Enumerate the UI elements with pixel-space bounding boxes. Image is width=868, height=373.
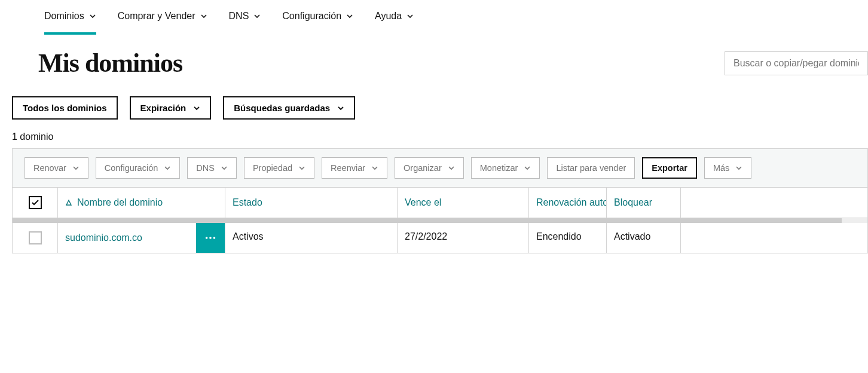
filter-saved-searches[interactable]: Búsquedas guardadas	[223, 96, 355, 120]
tool-config[interactable]: Configuración	[96, 157, 180, 179]
domains-table: Nombre del dominio Estado Vence el Renov…	[12, 188, 868, 253]
row-expires: 27/2/2022	[398, 223, 529, 253]
select-all-cell[interactable]	[13, 188, 58, 218]
chevron-down-icon	[253, 13, 261, 20]
checkbox-empty-icon	[29, 231, 42, 244]
chevron-down-icon	[298, 164, 305, 172]
top-nav: Dominios Comprar y Vender DNS Configurac…	[0, 0, 868, 35]
tool-export[interactable]: Exportar	[642, 157, 697, 179]
nav-label: Comprar y Vender	[118, 11, 195, 22]
filter-label: Todos los dominios	[23, 103, 107, 113]
tool-organize[interactable]: Organizar	[395, 157, 464, 179]
tool-ownership[interactable]: Propiedad	[244, 157, 314, 179]
sort-asc-icon	[65, 199, 72, 206]
chevron-down-icon	[221, 164, 228, 172]
tool-monetize[interactable]: Monetizar	[471, 157, 540, 179]
row-actions-button[interactable]	[196, 223, 225, 253]
col-expires[interactable]: Vence el	[398, 188, 529, 218]
filter-label: Expiración	[140, 103, 187, 113]
filter-all-domains[interactable]: Todos los dominios	[12, 96, 118, 120]
chevron-down-icon	[164, 164, 171, 172]
nav-config[interactable]: Configuración	[282, 6, 353, 35]
nav-label: Dominios	[44, 11, 84, 22]
scroll-thumb[interactable]	[13, 218, 842, 223]
domain-count: 1 dominio	[0, 120, 868, 148]
checkbox-checked-icon	[29, 196, 42, 209]
chevron-down-icon	[193, 105, 200, 112]
svg-point-2	[213, 237, 216, 239]
row-spacer	[681, 223, 867, 253]
row-select[interactable]	[13, 223, 58, 253]
domain-link[interactable]: sudominio.com.co	[58, 223, 196, 253]
col-autorenew[interactable]: Renovación automática	[529, 188, 607, 218]
chevron-down-icon	[524, 164, 531, 172]
svg-point-0	[206, 237, 208, 239]
nav-dominios[interactable]: Dominios	[44, 6, 96, 35]
chevron-down-icon	[72, 164, 80, 172]
nav-label: DNS	[229, 11, 249, 22]
chevron-down-icon	[371, 164, 378, 172]
col-spacer	[681, 188, 867, 218]
tool-list-sell[interactable]: Listar para vender	[547, 157, 635, 179]
col-domain-name[interactable]: Nombre del dominio	[58, 188, 225, 218]
tool-forward[interactable]: Reenviar	[322, 157, 387, 179]
tool-more[interactable]: Más	[704, 157, 751, 179]
header-row: Mis dominios	[0, 35, 868, 78]
row-autorenew: Encendido	[529, 223, 607, 253]
more-horizontal-icon	[204, 231, 217, 244]
chevron-down-icon	[337, 105, 344, 112]
row-state: Activos	[225, 223, 398, 253]
svg-point-1	[209, 237, 212, 239]
page-title: Mis dominios	[38, 48, 182, 78]
chevron-down-icon	[200, 13, 207, 20]
table-header: Nombre del dominio Estado Vence el Renov…	[13, 188, 867, 218]
row-domain-cell: sudominio.com.co	[58, 223, 225, 253]
chevron-down-icon	[407, 13, 414, 20]
filter-expiration[interactable]: Expiración	[130, 96, 212, 120]
chevron-down-icon	[448, 164, 455, 172]
tool-dns[interactable]: DNS	[187, 157, 237, 179]
table-row: sudominio.com.co Activos 27/2/2022 Encen…	[13, 223, 867, 253]
nav-label: Configuración	[282, 11, 341, 22]
row-lock: Activado	[607, 223, 681, 253]
chevron-down-icon	[346, 13, 353, 20]
tool-renew[interactable]: Renovar	[25, 157, 88, 179]
bulk-toolbar: Renovar Configuración DNS Propiedad Reen…	[12, 148, 868, 188]
chevron-down-icon	[89, 13, 96, 20]
filter-bar: Todos los dominios Expiración Búsquedas …	[0, 78, 868, 120]
nav-label: Ayuda	[375, 11, 402, 22]
nav-dns[interactable]: DNS	[229, 6, 261, 35]
horizontal-scrollbar[interactable]	[13, 218, 867, 223]
nav-comprar[interactable]: Comprar y Vender	[118, 6, 207, 35]
search-input[interactable]	[725, 51, 868, 75]
filter-label: Búsquedas guardadas	[234, 103, 330, 113]
col-state[interactable]: Estado	[225, 188, 398, 218]
col-lock[interactable]: Bloquear	[607, 188, 681, 218]
chevron-down-icon	[735, 164, 742, 172]
nav-ayuda[interactable]: Ayuda	[375, 6, 414, 35]
